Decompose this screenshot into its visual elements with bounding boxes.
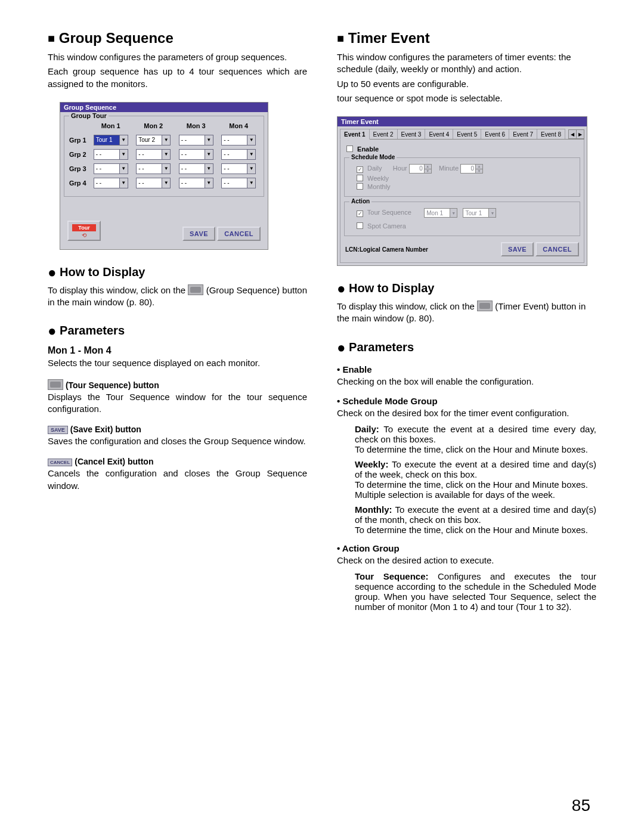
left-column: ■ Group Sequence This window configures … (48, 30, 307, 617)
dropdown-icon: ▼ (247, 135, 255, 145)
gs-params-heading: ● Parameters (48, 323, 307, 339)
group-sequence-window: Group Sequence Group Tour Mon 1 Mon 2 Mo… (60, 102, 268, 250)
tabs-scroll-right[interactable]: ▶ (576, 129, 584, 139)
dropdown-icon: ▼ (488, 209, 496, 217)
gs-cancel-button[interactable]: CANCEL (217, 227, 261, 241)
mon3-header: Mon 3 (175, 121, 218, 133)
daily-checkbox[interactable] (357, 166, 363, 173)
hour-label: Hour (393, 165, 407, 172)
te-save-button[interactable]: SAVE (501, 242, 534, 256)
page-number: 85 (572, 796, 590, 815)
enable-checkbox[interactable] (346, 145, 353, 152)
gs-howto-text: To display this window, click on the (Gr… (48, 284, 307, 309)
tab-event8[interactable]: Event 8 (537, 129, 565, 139)
gs-howto-heading: ● How to Display (48, 264, 307, 281)
te-window-title: Timer Event (338, 117, 587, 126)
te-howto-heading: ● How to Display (337, 280, 596, 297)
grp3-mon4-select[interactable]: - -▼ (221, 163, 256, 174)
monthly-checkbox[interactable] (357, 183, 363, 190)
daily-label: Daily (367, 165, 382, 172)
grp1-mon2-select[interactable]: Tour 2▼ (136, 135, 171, 145)
grp2-mon1-select[interactable]: - -▼ (94, 149, 128, 160)
te-cancel-button[interactable]: CANCEL (535, 242, 579, 256)
action-group-text: Check on the desired action to execute. (337, 555, 596, 566)
tour-sequence-desc: Tour Sequence: Configures and executes t… (355, 571, 596, 612)
te-howto-text: To display this window, click on the (Ti… (337, 301, 596, 325)
grp4-mon4-select[interactable]: - -▼ (221, 178, 256, 188)
te-intro-2: Up to 50 events are configurable. (337, 78, 596, 90)
tour-button[interactable]: Tour ⟲ (67, 221, 101, 241)
group-sequence-heading: ■ Group Sequence (48, 30, 307, 47)
weekly-desc: Weekly: To execute the event at a desire… (355, 459, 596, 500)
tabs-scroll-left[interactable]: ◀ (568, 129, 577, 139)
tab-event3[interactable]: Event 3 (397, 129, 426, 139)
dropdown-icon: ▼ (205, 135, 213, 145)
grp2-mon2-select[interactable]: - -▼ (136, 149, 171, 160)
grp3-mon2-select[interactable]: - -▼ (136, 163, 171, 174)
save-mini-icon: SAVE (48, 426, 68, 434)
tour-sequence-icon (48, 379, 63, 390)
grp3-label: Grp 3 (68, 162, 89, 176)
up-icon: ▲ (424, 165, 431, 169)
weekly-label: Weekly (367, 175, 389, 182)
save-exit-button-label: SAVE (Save Exit) button (48, 425, 307, 434)
tour-seq-button-label: (Tour Sequence) button (48, 379, 307, 390)
daily-desc: Daily: To execute the event at a desired… (355, 424, 596, 454)
cancel-exit-button-text: Cancels the configuration and closes the… (48, 467, 307, 492)
dropdown-icon: ▼ (162, 135, 170, 145)
grp1-mon1-select[interactable]: Tour 1▼ (94, 135, 128, 145)
te-intro-1: This window configures the parameters of… (337, 51, 596, 76)
tour-sequence-label: Tour Sequence (367, 209, 411, 216)
mon1-header: Mon 1 (89, 121, 132, 133)
dropdown-icon: ▼ (450, 209, 457, 217)
tab-event7[interactable]: Event 7 (509, 129, 537, 139)
monthly-desc: Monthly: To execute the event at a desir… (355, 504, 596, 535)
action-group-heading: • Action Group (337, 543, 596, 553)
event-tabs: Event 1 Event 2 Event 3 Event 4 Event 5 … (340, 129, 584, 140)
tab-event2[interactable]: Event 2 (369, 129, 398, 139)
grp1-mon4-select[interactable]: - -▼ (221, 135, 256, 145)
grp3-mon1-select[interactable]: - -▼ (94, 163, 128, 174)
grp2-mon4-select[interactable]: - -▼ (221, 149, 256, 160)
monthly-label: Monthly (367, 183, 391, 190)
gs-intro-2: Each group sequence has up to 4 tour seq… (48, 66, 307, 90)
hour-input[interactable]: 0▲▼ (409, 164, 432, 174)
enable-param-text: Checking on the box will enable the conf… (337, 376, 596, 388)
mon-select[interactable]: Mon 1▼ (424, 208, 457, 218)
dropdown-icon: ▼ (119, 135, 128, 145)
tab-event4[interactable]: Event 4 (425, 129, 453, 139)
tab-event1[interactable]: Event 1 (340, 129, 370, 140)
grp4-mon2-select[interactable]: - -▼ (136, 178, 171, 188)
grp2-mon3-select[interactable]: - -▼ (179, 149, 213, 160)
tour-select[interactable]: Tour 1▼ (463, 208, 496, 218)
group-tour-legend: Group Tour (69, 112, 109, 119)
grp3-mon3-select[interactable]: - -▼ (179, 163, 213, 174)
mon2-header: Mon 2 (132, 121, 175, 133)
te-intro-3: tour sequence or spot mode is selectable… (337, 92, 596, 104)
gs-save-button[interactable]: SAVE (182, 227, 215, 241)
minute-input[interactable]: 0▲▼ (460, 164, 483, 174)
timer-event-icon (477, 301, 493, 311)
mon1-mon4-heading: Mon 1 - Mon 4 (48, 345, 307, 356)
spot-camera-label: Spot Camera (367, 222, 406, 230)
group-sequence-icon (188, 284, 203, 295)
mon4-header: Mon 4 (218, 121, 261, 133)
timer-event-heading: ■ Timer Event (337, 30, 596, 47)
weekly-checkbox[interactable] (357, 175, 363, 181)
action-legend: Action (349, 198, 371, 205)
grp4-label: Grp 4 (68, 176, 89, 190)
grp4-mon1-select[interactable]: - -▼ (94, 178, 128, 188)
cancel-exit-button-label: CANCEL (Cancel Exit) button (48, 457, 307, 466)
tour-seq-button-text: Displays the Tour Sequence window for th… (48, 391, 307, 416)
gs-intro-1: This window configures the parameters of… (48, 51, 307, 63)
down-icon: ▼ (424, 169, 431, 173)
grp1-mon3-select[interactable]: - -▼ (179, 135, 213, 145)
grp4-mon3-select[interactable]: - -▼ (179, 178, 213, 188)
gs-window-title: Group Sequence (60, 103, 268, 112)
spot-camera-checkbox[interactable] (357, 222, 363, 229)
te-params-heading: ● Parameters (337, 339, 596, 356)
tab-event5[interactable]: Event 5 (453, 129, 481, 139)
grp1-label: Grp 1 (68, 133, 89, 147)
tour-sequence-checkbox[interactable] (357, 210, 363, 217)
tab-event6[interactable]: Event 6 (481, 129, 509, 139)
